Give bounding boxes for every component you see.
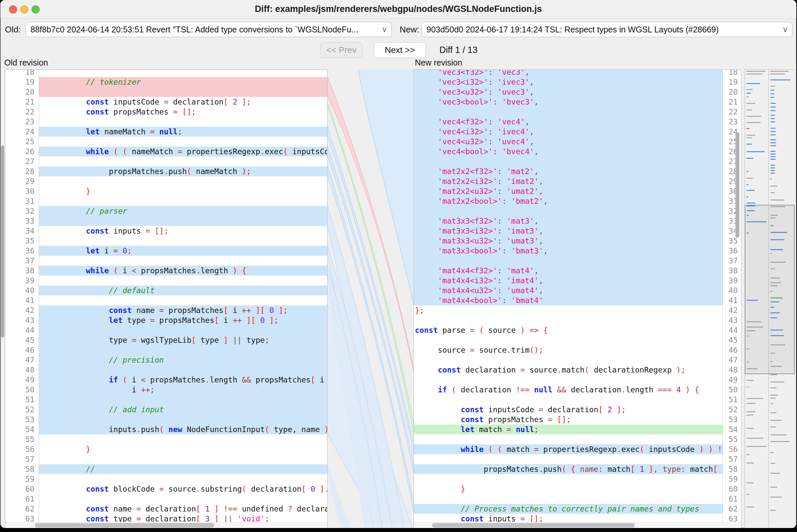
diff-counter: Diff 1 / 13 — [439, 42, 477, 58]
code-line: while ( ( match = propertiesRegexp.exec(… — [414, 444, 741, 454]
old-revision-select[interactable]: 88f8b7c0 2024-06-14 20:53:51 Revert "TSL… — [25, 22, 392, 37]
diff-minimap[interactable] — [745, 70, 795, 528]
code-line: 33 — [5, 216, 327, 226]
line-number: 32 — [5, 206, 39, 216]
code-line: 'mat2x2<bool>': 'bmat2',31 — [414, 196, 741, 206]
line-number: 34 — [5, 226, 39, 236]
line-number: 53 — [723, 415, 741, 424]
chevron-down-icon: ∨ — [381, 22, 387, 37]
code-text: const parse = ( source ) => { — [414, 325, 723, 335]
code-line: 25 — [5, 137, 327, 147]
line-number: 26 — [5, 147, 39, 156]
code-line: 35 — [5, 236, 327, 246]
line-number: 23 — [723, 117, 741, 127]
line-number: 37 — [723, 256, 741, 266]
code-text: 'mat4x4<f32>': 'mat4', — [414, 266, 723, 276]
new-revision-select[interactable]: 903d50d0 2024-06-17 19:14:24 TSL: Respec… — [421, 22, 792, 37]
code-text: 'mat2x2<i32>': 'imat2', — [414, 176, 723, 186]
code-text: 'vec4<i32>': 'ivec4', — [414, 127, 723, 137]
code-text: const blockCode = source.substring( decl… — [39, 484, 327, 494]
code-line: propsMatches.push( { name: match[ 1 ], t… — [414, 464, 741, 474]
minimap-viewport[interactable] — [745, 205, 795, 374]
code-text: i ++; — [39, 385, 327, 395]
code-text: const inputs = []; — [39, 226, 327, 236]
new-panel-horizontal-scrollbar[interactable] — [432, 523, 635, 528]
code-line: 58 // — [5, 464, 327, 474]
line-number: 50 — [723, 385, 741, 395]
code-line: 41 — [5, 296, 327, 305]
code-line: 56 } — [5, 444, 327, 454]
old-panel-horizontal-scrollbar[interactable] — [35, 523, 214, 528]
line-number: 62 — [723, 504, 741, 514]
chevron-down-icon: ∨ — [782, 22, 788, 37]
code-text — [414, 315, 723, 325]
code-line: 44 — [5, 325, 327, 335]
old-panel-vertical-scrollbar[interactable] — [1, 146, 4, 338]
line-number: 59 — [723, 474, 741, 484]
line-number: 54 — [723, 424, 741, 434]
line-number: 47 — [5, 355, 39, 365]
code-text: 'mat4x4<i32>': 'imat4', — [414, 276, 723, 286]
next-diff-button[interactable]: Next >> — [374, 42, 426, 58]
code-line: source = source.trim();46 — [414, 345, 741, 355]
code-line: 29 — [5, 176, 327, 186]
code-line: 'mat2x2<i32>': 'imat2',29 — [414, 176, 741, 186]
prev-diff-button[interactable]: << Prev — [320, 42, 363, 58]
window-title: Diff: examples/jsm/renderers/webgpu/node… — [0, 0, 796, 18]
code-text: 'mat4x4<bool>': 'bmat4' — [414, 296, 723, 305]
line-number: 62 — [5, 504, 39, 514]
code-line: 48 — [5, 365, 327, 375]
code-line: 51 — [5, 395, 327, 405]
code-text — [414, 107, 723, 117]
code-line: 57 — [414, 454, 741, 464]
code-text: // Process matches to correctly pair nam… — [414, 504, 723, 514]
code-text — [39, 434, 327, 444]
line-number: 46 — [5, 345, 39, 355]
code-line: if ( declaration !== null && declaration… — [414, 385, 741, 395]
code-text: const propsMatches = []; — [39, 107, 327, 117]
line-number: 58 — [5, 464, 39, 474]
code-text — [39, 196, 327, 206]
code-text: type = wgslTypeLib[ type ] || type; — [39, 335, 327, 345]
new-panel-vertical-scrollbar[interactable] — [736, 132, 739, 238]
line-number: 38 — [723, 266, 741, 276]
code-line: let match = null;54 — [414, 424, 741, 434]
new-revision-panel[interactable]: 'vec3<f32>': 'vec3',18 'vec3<i32>': 'ive… — [414, 70, 741, 528]
code-text: if ( declaration !== null && declaration… — [414, 385, 723, 395]
code-line: 21 const inputsCode = declaration[ 2 ]; — [5, 97, 327, 107]
code-text — [39, 325, 327, 335]
code-text — [39, 70, 327, 77]
code-line: 51 — [414, 395, 741, 405]
code-line: 23 — [5, 117, 327, 127]
old-revision-value: 88f8b7c0 2024-06-14 20:53:51 Revert "TSL… — [31, 25, 358, 34]
code-text — [39, 87, 327, 97]
line-number: 21 — [723, 97, 741, 107]
code-text — [414, 434, 723, 444]
code-text: // tokenizer — [39, 77, 327, 87]
code-line: }60 — [414, 484, 741, 494]
line-number: 35 — [723, 236, 741, 246]
line-number: 58 — [723, 464, 741, 474]
line-number: 43 — [5, 315, 39, 325]
code-text: source = source.trim(); — [414, 345, 723, 355]
line-number: 49 — [723, 375, 741, 385]
code-text: inputs.push( new NodeFunctionInput( type… — [39, 424, 327, 434]
code-text: } — [39, 186, 327, 196]
line-number: 48 — [723, 365, 741, 375]
code-text: while ( i < propsMatches.length ) { — [39, 266, 327, 276]
old-code-rows: 1819 // tokenizer2021 const inputsCode =… — [5, 70, 327, 524]
code-text: const inputsCode = declaration[ 2 ]; — [414, 405, 723, 415]
code-text — [414, 256, 723, 266]
code-text — [414, 335, 723, 345]
code-text: }; — [414, 305, 723, 315]
app-window: Diff: examples/jsm/renderers/webgpu/node… — [0, 0, 796, 528]
new-code-rows: 'vec3<f32>': 'vec3',18 'vec3<i32>': 'ive… — [414, 70, 741, 524]
code-line: 19 // tokenizer — [5, 77, 327, 87]
code-text — [39, 176, 327, 186]
code-text: const propsMatches = []; — [414, 415, 723, 424]
line-number: 24 — [5, 127, 39, 137]
code-line: 22 — [414, 107, 741, 117]
code-text: 'mat3x3<bool>': 'bmat3', — [414, 246, 723, 256]
line-number: 44 — [723, 325, 741, 335]
old-revision-panel[interactable]: 1819 // tokenizer2021 const inputsCode =… — [5, 70, 327, 528]
